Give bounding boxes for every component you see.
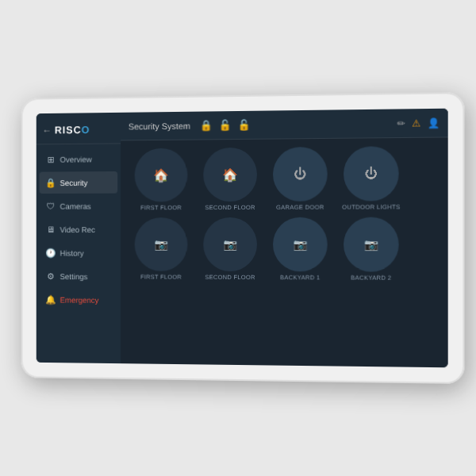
second-floor-cam-icon: 📷 [224,238,237,251]
device-second-floor-cam: 📷 SECOND FLOOR [198,217,262,281]
sidebar-item-overview[interactable]: ⊞ Overview [40,148,118,170]
backyard2-label: BACKYARD 2 [351,274,391,281]
device-first-floor-door: 🏠 FIRST FLOOR [130,148,193,212]
sidebar-nav: ⊞ Overview 🔒 Security 🛡 Cameras 🖥 Video … [36,147,121,363]
tablet-screen: ← RISCO ⊞ Overview 🔒 Security 🛡 Cameras [36,109,448,368]
sidebar-item-label: Security [60,178,88,187]
outdoor-lights-button[interactable]: ⏻ [344,146,399,201]
backyard2-icon: 📷 [364,238,378,251]
brand-logo: RISCO [55,124,90,136]
history-icon: 🕐 [45,248,56,259]
backyard1-button[interactable]: 📷 [273,217,328,272]
back-icon[interactable]: ← [42,125,52,136]
device-outdoor-lights: ⏻ OUTDOOR LIGHTS [339,146,404,211]
sidebar-item-emergency[interactable]: 🔔 Emergency [40,289,118,311]
device-backyard1: 📷 BACKYARD 1 [268,217,332,282]
security-icon: 🔒 [45,177,56,188]
sidebar-item-videorec[interactable]: 🖥 Video Rec [40,218,118,240]
videorec-icon: 🖥 [45,224,56,235]
alert-icon[interactable]: ⚠ [412,117,420,129]
sidebar-item-settings[interactable]: ⚙ Settings [40,265,118,287]
first-floor-cam-button[interactable]: 📷 [135,217,188,271]
backyard1-label: BACKYARD 1 [280,274,320,281]
device-garage-door: ⏻ GARAGE DOOR [268,147,332,211]
backyard1-icon: 📷 [294,238,307,251]
sidebar-item-cameras[interactable]: 🛡 Cameras [40,195,118,217]
topbar-title: Security System [129,121,190,131]
second-floor-door-label: SECOND FLOOR [205,204,255,211]
outdoor-lights-icon: ⏻ [365,167,378,181]
topbar-actions: ✏ ⚠ 👤 [397,117,440,129]
overview-icon: ⊞ [45,154,56,165]
device-backyard2: 📷 BACKYARD 2 [339,217,404,282]
sidebar-item-label: Settings [60,272,88,281]
sidebar-item-security[interactable]: 🔒 Security [40,171,118,194]
first-floor-door-button[interactable]: 🏠 [135,148,188,202]
lock-closed-icon[interactable]: 🔒 [200,119,213,131]
outdoor-lights-label: OUTDOOR LIGHTS [342,203,400,210]
sidebar-item-history[interactable]: 🕐 History [40,242,118,264]
device-second-floor-door: 🏠 SECOND FLOOR [198,148,262,211]
grid-row-1: 🏠 FIRST FLOOR 🏠 SECOND FLOOR ⏻ [130,146,438,212]
sidebar-item-label: Overview [60,155,92,163]
lock-open-red-icon[interactable]: 🔓 [237,119,250,131]
user-icon[interactable]: 👤 [428,117,440,129]
sidebar-item-label: Cameras [60,202,91,210]
brand-accent: O [82,124,90,136]
backyard2-button[interactable]: 📷 [344,217,399,272]
second-floor-door-button[interactable]: 🏠 [203,148,257,202]
device-first-floor-cam: 📷 FIRST FLOOR [130,217,193,281]
garage-door-button[interactable]: ⏻ [273,147,328,202]
cameras-icon: 🛡 [45,201,56,212]
tablet: ← RISCO ⊞ Overview 🔒 Security 🛡 Cameras [21,92,465,384]
garage-door-label: GARAGE DOOR [276,204,324,211]
topbar: Security System 🔒 🔓 🔓 ✏ ⚠ 👤 [121,109,448,141]
grid-row-2: 📷 FIRST FLOOR 📷 SECOND FLOOR 📷 [130,217,438,282]
sidebar-item-label: History [60,248,84,257]
device-grid: 🏠 FIRST FLOOR 🏠 SECOND FLOOR ⏻ [121,137,448,367]
edit-icon[interactable]: ✏ [397,117,405,129]
first-floor-cam-icon: 📷 [155,238,168,251]
sidebar-item-label: Video Rec [60,225,95,234]
main-content: Security System 🔒 🔓 🔓 ✏ ⚠ 👤 [121,109,448,368]
lock-icons-group: 🔒 🔓 🔓 [200,119,251,132]
first-floor-door-label: FIRST FLOOR [140,204,182,211]
second-floor-cam-button[interactable]: 📷 [203,217,257,271]
first-floor-door-icon: 🏠 [153,167,169,182]
sidebar-item-label: Emergency [60,295,99,304]
settings-icon: ⚙ [45,271,56,282]
first-floor-cam-label: FIRST FLOOR [140,274,182,281]
brand-area: ← RISCO [36,119,121,145]
emergency-icon: 🔔 [45,294,56,305]
lock-open-cyan-icon[interactable]: 🔓 [219,119,232,131]
second-floor-door-icon: 🏠 [222,167,238,182]
second-floor-cam-label: SECOND FLOOR [205,274,255,281]
garage-door-icon: ⏻ [294,167,306,181]
sidebar: ← RISCO ⊞ Overview 🔒 Security 🛡 Cameras [36,113,121,363]
